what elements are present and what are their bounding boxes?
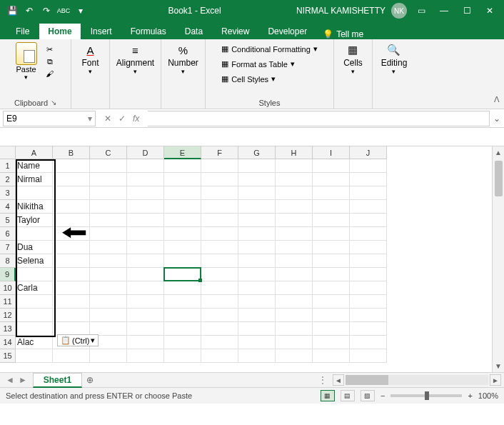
cell-E2[interactable] <box>164 173 201 186</box>
cell-A14[interactable]: Alac <box>16 336 53 349</box>
cell-H11[interactable] <box>276 295 313 309</box>
row-header-12[interactable]: 12 <box>0 309 16 322</box>
cell-G15[interactable] <box>238 349 276 363</box>
format-painter-icon[interactable]: 🖌 <box>44 69 56 79</box>
scroll-down-icon[interactable]: ▼ <box>493 360 504 372</box>
cell-D6[interactable] <box>127 227 164 241</box>
cell-D1[interactable] <box>127 159 164 173</box>
cell-G10[interactable] <box>238 281 276 295</box>
cell-G1[interactable] <box>238 159 276 173</box>
cell-H5[interactable] <box>276 214 313 227</box>
cell-B10[interactable] <box>53 281 90 295</box>
cell-B3[interactable] <box>53 186 90 200</box>
select-all-corner[interactable] <box>0 146 16 159</box>
user-avatar[interactable]: NK <box>391 3 407 19</box>
cell-J7[interactable] <box>350 241 387 254</box>
font-dropdown[interactable]: A Font ▾ <box>81 42 100 75</box>
cell-A12[interactable] <box>16 309 53 322</box>
cell-D7[interactable] <box>127 241 164 254</box>
cell-A1[interactable]: Name <box>16 159 53 173</box>
name-box[interactable]: E9 ▾ <box>3 111 96 126</box>
cell-H2[interactable] <box>276 173 313 186</box>
cell-E1[interactable] <box>164 159 201 173</box>
cell-A4[interactable]: Nikitha <box>16 200 53 214</box>
col-header-H[interactable]: H <box>276 146 313 159</box>
cells-dropdown[interactable]: ▦ Cells ▾ <box>343 42 363 75</box>
new-sheet-button[interactable]: ⊕ <box>82 375 98 385</box>
cell-C3[interactable] <box>90 186 127 200</box>
cell-H13[interactable] <box>276 322 313 336</box>
hscroll-thumb[interactable] <box>346 375 388 385</box>
hscroll-track[interactable] <box>346 375 488 385</box>
ribbon-display-icon[interactable]: ▭ <box>413 2 430 19</box>
cell-I1[interactable] <box>313 159 350 173</box>
cell-F3[interactable] <box>201 186 238 200</box>
row-header-3[interactable]: 3 <box>0 186 16 200</box>
sheet-tab[interactable]: Sheet1 <box>33 373 82 388</box>
row-header-8[interactable]: 8 <box>0 254 16 268</box>
cell-E14[interactable] <box>164 336 201 349</box>
cell-F13[interactable] <box>201 322 238 336</box>
cell-B8[interactable] <box>53 254 90 268</box>
cell-F1[interactable] <box>201 159 238 173</box>
cell-H12[interactable] <box>276 309 313 322</box>
tab-data[interactable]: Data <box>176 24 211 39</box>
cell-E3[interactable] <box>164 186 201 200</box>
zoom-level[interactable]: 100% <box>478 391 498 400</box>
cell-A3[interactable] <box>16 186 53 200</box>
zoom-slider[interactable] <box>390 394 462 397</box>
sheet-nav-prev-icon[interactable]: ◄ <box>6 375 14 385</box>
cell-G4[interactable] <box>238 200 276 214</box>
cell-H9[interactable] <box>276 268 313 281</box>
cancel-formula-icon[interactable]: ✕ <box>104 114 111 124</box>
cell-C10[interactable] <box>90 281 127 295</box>
row-header-5[interactable]: 5 <box>0 214 16 227</box>
cell-I4[interactable] <box>313 200 350 214</box>
normal-view-button[interactable]: ▦ <box>321 390 335 401</box>
cell-C15[interactable] <box>90 349 127 363</box>
cell-G12[interactable] <box>238 309 276 322</box>
cell-A13[interactable] <box>16 322 53 336</box>
cell-A7[interactable]: Dua <box>16 241 53 254</box>
cell-D9[interactable] <box>127 268 164 281</box>
cell-D11[interactable] <box>127 295 164 309</box>
row-header-1[interactable]: 1 <box>0 159 16 173</box>
cell-J14[interactable] <box>350 336 387 349</box>
cell-B12[interactable] <box>53 309 90 322</box>
cell-E4[interactable] <box>164 200 201 214</box>
vscroll-thumb[interactable] <box>495 161 503 196</box>
cell-J6[interactable] <box>350 227 387 241</box>
cell-A2[interactable]: Nirmal <box>16 173 53 186</box>
cell-F5[interactable] <box>201 214 238 227</box>
cell-I9[interactable] <box>313 268 350 281</box>
cell-I11[interactable] <box>313 295 350 309</box>
close-icon[interactable]: ✕ <box>481 2 498 19</box>
cell-C2[interactable] <box>90 173 127 186</box>
cell-H3[interactable] <box>276 186 313 200</box>
cell-J5[interactable] <box>350 214 387 227</box>
zoom-out-button[interactable]: − <box>380 391 385 400</box>
cell-D13[interactable] <box>127 322 164 336</box>
cell-G7[interactable] <box>238 241 276 254</box>
conditional-formatting-button[interactable]: ▦Conditional Formatting▾ <box>220 42 319 56</box>
col-header-B[interactable]: B <box>53 146 90 159</box>
col-header-F[interactable]: F <box>201 146 238 159</box>
cell-B4[interactable] <box>53 200 90 214</box>
cell-C12[interactable] <box>90 309 127 322</box>
cell-G9[interactable] <box>238 268 276 281</box>
undo-icon[interactable]: ↶ <box>23 4 36 17</box>
cell-G2[interactable] <box>238 173 276 186</box>
cell-F10[interactable] <box>201 281 238 295</box>
cell-J3[interactable] <box>350 186 387 200</box>
row-header-13[interactable]: 13 <box>0 322 16 336</box>
zoom-knob[interactable] <box>425 391 429 400</box>
col-header-C[interactable]: C <box>90 146 127 159</box>
cell-C7[interactable] <box>90 241 127 254</box>
cell-B9[interactable] <box>53 268 90 281</box>
cell-H10[interactable] <box>276 281 313 295</box>
cell-H6[interactable] <box>276 227 313 241</box>
number-dropdown[interactable]: % Number ▾ <box>168 42 198 75</box>
tab-home[interactable]: Home <box>39 24 80 39</box>
col-header-G[interactable]: G <box>238 146 276 159</box>
copy-icon[interactable]: ⧉ <box>44 56 56 66</box>
